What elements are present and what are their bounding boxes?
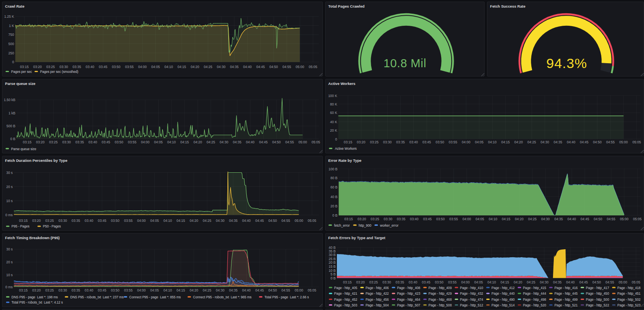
svg-text:04:00: 04:00 xyxy=(138,65,147,69)
svg-text:03:35: 03:35 xyxy=(72,219,80,223)
svg-text:04:35: 04:35 xyxy=(230,65,239,69)
svg-text:04:35: 04:35 xyxy=(229,288,238,292)
svg-text:03:15: 03:15 xyxy=(19,288,28,292)
svg-text:04:35: 04:35 xyxy=(233,140,242,144)
svg-text:05:00: 05:00 xyxy=(295,219,303,223)
svg-text:05:05: 05:05 xyxy=(308,219,317,223)
svg-text:Page - http_499: Page - http_499 xyxy=(554,297,578,301)
svg-text:100 B: 100 B xyxy=(328,167,338,171)
svg-text:Page - http_406: Page - http_406 xyxy=(365,285,389,289)
svg-text:03:50: 03:50 xyxy=(111,288,120,292)
svg-text:04:40: 04:40 xyxy=(243,65,252,69)
svg-text:30 B: 30 B xyxy=(329,253,336,257)
svg-text:Page - http_522: Page - http_522 xyxy=(586,303,609,307)
svg-text:04:40: 04:40 xyxy=(568,217,576,221)
svg-text:04:30: 04:30 xyxy=(541,217,550,221)
svg-text:05:00: 05:00 xyxy=(298,140,307,144)
svg-text:Page - http_432: Page - http_432 xyxy=(460,291,483,296)
svg-text:04:00: 04:00 xyxy=(461,280,470,284)
svg-text:0 B: 0 B xyxy=(332,213,338,217)
svg-text:03:55: 03:55 xyxy=(128,140,137,144)
svg-text:03:40: 03:40 xyxy=(409,140,418,144)
svg-text:04:40: 04:40 xyxy=(246,140,255,144)
svg-text:04:45: 04:45 xyxy=(580,140,589,144)
svg-text:Page - http_490: Page - http_490 xyxy=(491,297,515,301)
svg-text:04:05: 04:05 xyxy=(150,288,159,292)
svg-text:05:05: 05:05 xyxy=(633,217,642,221)
svg-text:04:30: 04:30 xyxy=(541,140,549,144)
svg-text:Page - http_507: Page - http_507 xyxy=(397,303,420,307)
svg-text:Page - http_409: Page - http_409 xyxy=(429,285,452,289)
svg-text:10 s: 10 s xyxy=(6,273,13,277)
svg-text:Page - http_520: Page - http_520 xyxy=(523,303,546,307)
svg-text:DNS P95 - robots_txt Last *:: DNS P95 - robots_txt Last *: 237 ms xyxy=(70,295,124,299)
svg-text:04:45: 04:45 xyxy=(255,219,264,223)
svg-text:04:05: 04:05 xyxy=(474,280,483,284)
svg-text:20 K: 20 K xyxy=(330,128,337,132)
svg-text:20 B: 20 B xyxy=(329,260,336,265)
svg-text:03:40: 03:40 xyxy=(409,280,417,284)
svg-text:Page - http_521: Page - http_521 xyxy=(554,303,578,307)
svg-text:5 B: 5 B xyxy=(330,272,336,276)
svg-text:04:55: 04:55 xyxy=(281,288,290,292)
svg-text:03:25: 03:25 xyxy=(49,140,58,144)
svg-text:04:30: 04:30 xyxy=(217,65,226,69)
svg-text:20 B: 20 B xyxy=(330,204,338,208)
svg-text:03:30: 03:30 xyxy=(383,140,392,144)
svg-text:03:30: 03:30 xyxy=(382,280,391,284)
svg-text:04:40: 04:40 xyxy=(566,280,575,284)
svg-text:04:05: 04:05 xyxy=(151,65,160,69)
svg-text:04:15: 04:15 xyxy=(180,140,189,144)
svg-text:Connect P95 - robots_txt Last: Connect P95 - robots_txt Last *: 965 ms xyxy=(193,295,252,299)
svg-text:04:30: 04:30 xyxy=(220,140,229,144)
svg-text:10 s: 10 s xyxy=(6,199,13,203)
svg-text:DNS P95 - page Last *: 198 ms: DNS P95 - page Last *: 198 ms xyxy=(12,295,58,299)
svg-text:04:50: 04:50 xyxy=(592,280,601,284)
svg-text:Page - http_514: Page - http_514 xyxy=(491,303,515,307)
svg-text:04:55: 04:55 xyxy=(607,217,616,221)
svg-text:fetch_error: fetch_error xyxy=(334,223,350,227)
svg-text:Connect P95 - page Last *: 85: Connect P95 - page Last *: 855 ms xyxy=(129,295,181,299)
svg-text:03:50: 03:50 xyxy=(111,219,120,223)
svg-text:Page - http_410: Page - http_410 xyxy=(460,285,483,289)
svg-text:03:40: 03:40 xyxy=(86,65,95,69)
svg-text:Total P95 - page Last *: 2.66: Total P95 - page Last *: 2.66 s xyxy=(264,295,309,299)
svg-text:30 s: 30 s xyxy=(6,247,13,251)
svg-text:05:05: 05:05 xyxy=(308,288,317,292)
svg-text:Page - http_422: Page - http_422 xyxy=(365,291,389,296)
svg-text:03:25: 03:25 xyxy=(46,65,55,69)
svg-text:Page - http_416: Page - http_416 xyxy=(554,285,578,289)
svg-text:03:35: 03:35 xyxy=(396,280,405,284)
svg-text:03:20: 03:20 xyxy=(357,140,366,144)
svg-text:Pages per sec: Pages per sec xyxy=(11,70,32,74)
svg-text:03:15: 03:15 xyxy=(345,217,353,221)
svg-text:04:20: 04:20 xyxy=(514,280,522,284)
svg-text:03:25: 03:25 xyxy=(370,140,379,144)
svg-text:03:50: 03:50 xyxy=(435,280,444,284)
svg-text:03:25: 03:25 xyxy=(45,219,54,223)
svg-text:10 B: 10 B xyxy=(329,268,336,272)
svg-text:15 B: 15 B xyxy=(329,264,336,268)
svg-text:03:20: 03:20 xyxy=(36,140,45,144)
svg-text:0 B: 0 B xyxy=(10,137,16,141)
svg-text:04:05: 04:05 xyxy=(154,140,163,144)
svg-text:04:10: 04:10 xyxy=(488,140,497,144)
svg-text:04:10: 04:10 xyxy=(164,65,173,69)
svg-text:04:05: 04:05 xyxy=(475,140,484,144)
svg-text:03:15: 03:15 xyxy=(343,280,352,284)
svg-text:04:45: 04:45 xyxy=(579,280,588,284)
svg-text:05:00: 05:00 xyxy=(295,288,303,292)
svg-text:500: 500 xyxy=(8,42,14,46)
svg-text:Page - http_423: Page - http_423 xyxy=(397,291,420,296)
svg-text:04:25: 04:25 xyxy=(528,217,537,221)
svg-text:Page - http_451: Page - http_451 xyxy=(617,291,641,296)
svg-text:Pages per sec (smoothed): Pages per sec (smoothed) xyxy=(40,70,78,74)
svg-text:1.25 K: 1.25 K xyxy=(4,14,14,19)
svg-text:04:30: 04:30 xyxy=(216,219,225,223)
svg-text:04:10: 04:10 xyxy=(167,140,176,144)
svg-text:Total P95 - robots_txt Last *: Total P95 - robots_txt Last *: 4.12 s xyxy=(12,300,63,304)
svg-text:0 ms: 0 ms xyxy=(5,213,12,217)
svg-text:1 K: 1 K xyxy=(9,24,14,28)
svg-text:04:00: 04:00 xyxy=(137,288,146,292)
svg-text:03:45: 03:45 xyxy=(423,140,431,144)
